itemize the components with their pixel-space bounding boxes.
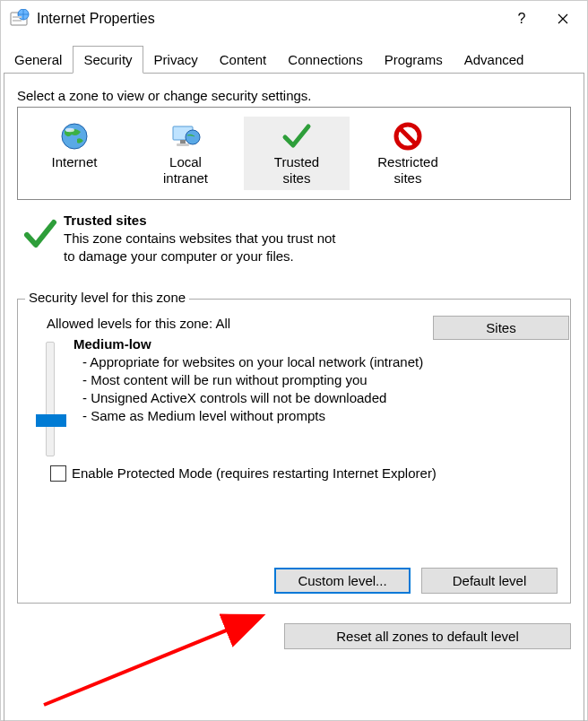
svg-point-5 [65,128,74,132]
globe-icon [22,120,127,152]
allowed-levels-label: Allowed levels for this zone: All [47,316,558,331]
zone-trusted-sites[interactable]: Trusted sites [244,117,350,190]
svg-rect-2 [13,16,22,18]
custom-level-button[interactable]: Custom level... [274,568,411,594]
zone-local-intranet[interactable]: Local intranet [133,117,238,190]
level-bullet: - Appropriate for websites on your local… [82,353,558,371]
reset-all-zones-button[interactable]: Reset all zones to default level [284,623,571,649]
protected-mode-checkbox[interactable] [50,465,66,482]
level-bullet: - Most content will be run without promp… [82,371,558,389]
tab-general[interactable]: General [4,46,73,74]
check-icon [244,120,350,152]
internet-properties-dialog: Internet Properties ? General Security P… [0,0,588,721]
zone-detail-title: Trusted sites [64,213,571,228]
close-button[interactable] [542,5,584,32]
protected-mode-label: Enable Protected Mode (requires restarti… [72,465,437,481]
monitor-icon [133,120,238,152]
group-title: Security level for this zone [25,290,189,305]
check-icon [17,213,64,250]
svg-rect-8 [177,143,189,146]
default-level-button[interactable]: Default level [421,568,558,594]
app-icon [10,9,30,29]
ban-icon [355,120,461,152]
tab-strip: General Security Privacy Content Connect… [1,46,587,74]
svg-line-11 [400,128,416,144]
zone-instruction: Select a zone to view or change security… [17,88,571,103]
zone-label: Internet [22,154,127,170]
zone-listbox: Internet Local intranet [17,107,571,200]
svg-rect-3 [13,20,22,22]
tab-connections[interactable]: Connections [277,46,373,74]
slider-thumb[interactable] [36,414,66,427]
window-title: Internet Properties [37,11,501,27]
zone-internet[interactable]: Internet [22,117,127,190]
tab-content[interactable]: Content [209,46,278,74]
tab-privacy[interactable]: Privacy [143,46,209,74]
titlebar: Internet Properties ? [1,1,587,37]
zone-restricted-sites[interactable]: Restricted sites [355,117,461,190]
svg-point-4 [62,124,87,149]
svg-point-9 [186,130,200,144]
tab-security[interactable]: Security [73,46,143,74]
tab-advanced[interactable]: Advanced [454,46,535,74]
zone-label: Trusted sites [244,154,350,187]
security-panel: Select a zone to view or change security… [4,73,584,721]
security-level-group: Security level for this zone Allowed lev… [17,299,571,604]
help-button[interactable]: ? [501,5,542,32]
zone-detail-body: This zone contains websites that you tru… [64,230,350,266]
level-bullet: - Unsigned ActiveX controls will not be … [82,389,558,407]
svg-rect-7 [180,140,186,143]
zone-label: Local intranet [133,154,238,187]
level-description: - Appropriate for websites on your local… [74,353,558,426]
level-bullet: - Same as Medium level without prompts [82,407,558,425]
tab-programs[interactable]: Programs [374,46,454,74]
security-level-slider[interactable] [46,342,55,456]
level-name: Medium-low [74,336,558,352]
zone-label: Restricted sites [355,154,461,187]
